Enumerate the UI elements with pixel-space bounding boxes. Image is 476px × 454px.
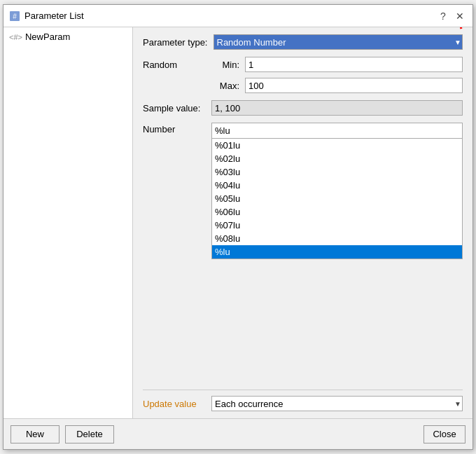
update-select-wrapper: Each occurrence Once per iteration Once … <box>211 396 463 411</box>
help-button[interactable]: ? <box>436 9 450 23</box>
number-item-07lu[interactable]: %07lu <box>212 219 462 232</box>
min-row: Random Min: <box>143 57 463 72</box>
tree-item-label: NewParam <box>25 32 70 42</box>
tree-item-newparam[interactable]: <#> NewParam <box>6 30 130 43</box>
footer: New Delete Close <box>4 418 472 449</box>
update-row: Update value Each occurrence Once per it… <box>143 396 463 411</box>
title-bar: # Parameter List ? ✕ <box>4 5 472 27</box>
number-list: %01lu %02lu %03lu %04lu %05lu %06lu %07l… <box>212 139 462 259</box>
param-type-row: Parameter type: Random Number Sequential… <box>143 34 463 50</box>
delete-button[interactable]: Delete <box>65 425 114 443</box>
title-bar-right: ? ✕ <box>436 9 467 23</box>
sample-value-text: 1, 100 <box>215 103 240 114</box>
sample-value-label: Sample value: <box>143 103 206 114</box>
number-current-value: %lu <box>215 125 230 136</box>
number-section: Number %lu %01lu %02lu %03lu %04lu %05lu… <box>143 123 463 259</box>
new-button[interactable]: New <box>10 425 59 443</box>
number-item-01lu[interactable]: %01lu <box>212 139 462 152</box>
number-item-08lu[interactable]: %08lu <box>212 232 462 245</box>
number-item-05lu[interactable]: %05lu <box>212 192 462 205</box>
max-label: Max: <box>211 81 239 91</box>
random-label: Random <box>143 60 206 70</box>
dialog-icon: # <box>9 11 20 22</box>
update-label: Update value <box>143 399 206 409</box>
number-item-lu[interactable]: %lu <box>212 245 462 259</box>
sample-value-row: Sample value: 1, 100 <box>143 100 463 116</box>
close-button[interactable]: Close <box>424 425 465 443</box>
number-input-display: %lu <box>212 123 462 139</box>
random-section: Random Min: Max: <box>143 57 463 93</box>
number-item-02lu[interactable]: %02lu <box>212 152 462 165</box>
right-panel: Parameter type: Random Number Sequential… <box>133 27 472 418</box>
left-panel: <#> NewParam <box>4 27 133 418</box>
sample-value-display: 1, 100 <box>211 100 463 116</box>
max-row: Max: <box>143 78 463 93</box>
update-section: Update value Each occurrence Once per it… <box>143 390 463 411</box>
number-item-06lu[interactable]: %06lu <box>212 205 462 219</box>
dialog-title: Parameter List <box>24 11 84 21</box>
svg-text:#: # <box>13 13 17 20</box>
number-item-04lu[interactable]: %04lu <box>212 179 462 192</box>
update-value-select[interactable]: Each occurrence Once per iteration Once … <box>211 396 463 411</box>
dialog-body: <#> NewParam Parameter type: Random Numb… <box>4 27 472 418</box>
tree-item-icon: <#> <box>9 33 22 41</box>
param-type-select[interactable]: Random Number Sequential Number Unique N… <box>214 34 463 50</box>
min-label: Min: <box>211 60 239 70</box>
title-bar-left: # Parameter List <box>9 11 84 22</box>
footer-left-buttons: New Delete <box>10 425 114 443</box>
number-label: Number <box>143 123 206 135</box>
parameter-list-dialog: # Parameter List ? ✕ <#> NewParam Parame… <box>3 4 473 450</box>
param-type-select-wrapper: Random Number Sequential Number Unique N… <box>214 34 463 50</box>
close-title-button[interactable]: ✕ <box>453 9 467 23</box>
min-input[interactable] <box>245 57 463 72</box>
param-type-label: Parameter type: <box>143 37 208 48</box>
max-input[interactable] <box>245 78 463 93</box>
number-dropdown: %lu %01lu %02lu %03lu %04lu %05lu %06lu … <box>211 123 463 259</box>
number-item-03lu[interactable]: %03lu <box>212 165 462 179</box>
